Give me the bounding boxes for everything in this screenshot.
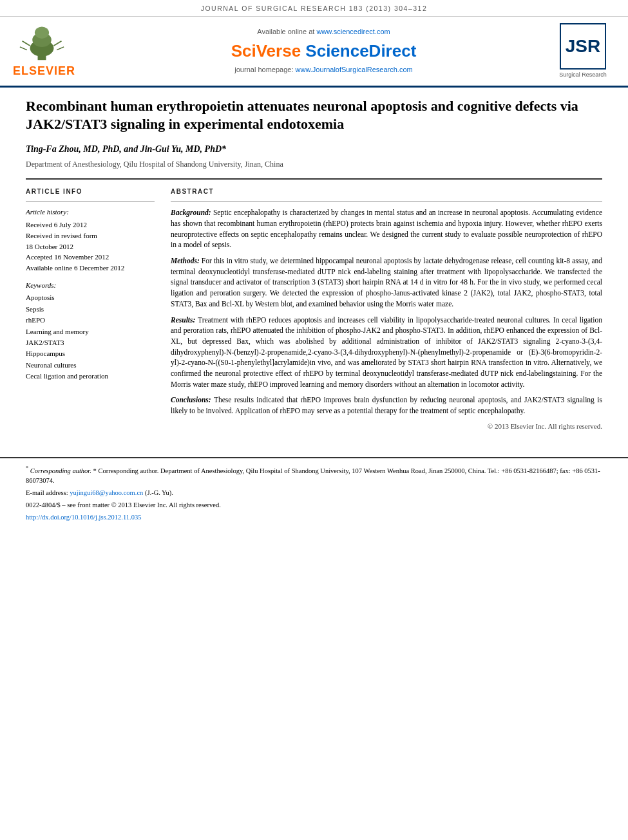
background-text: Septic encephalopathy is characterized b…: [171, 209, 602, 248]
journal-header-text: JOURNAL OF SURGICAL RESEARCH 183 (2013) …: [201, 5, 428, 12]
title-divider: [26, 178, 602, 180]
methods-label: Methods:: [171, 257, 200, 265]
abstract-results: Results: Treatment with rhEPO reduces ap…: [171, 315, 602, 390]
abstract-methods: Methods: For this in vitro study, we det…: [171, 256, 602, 309]
results-text: Treatment with rhEPO reduces apoptosis a…: [171, 316, 602, 388]
accepted-date: Accepted 16 November 2012: [26, 252, 155, 262]
revised-label: Received in revised form: [26, 231, 155, 241]
affiliation: Department of Anesthesiology, Qilu Hospi…: [26, 159, 602, 170]
info-divider: [26, 201, 155, 202]
article-history-label: Article history:: [26, 207, 155, 217]
received-date: Received 6 July 2012: [26, 220, 155, 230]
keyword-rhepo: rhEPO: [26, 315, 155, 325]
email-link[interactable]: yujingui68@yahoo.com.cn: [70, 489, 143, 496]
abstract-header: ABSTRACT: [171, 187, 602, 196]
results-label: Results:: [171, 316, 195, 324]
revised-date: 18 October 2012: [26, 242, 155, 252]
corresponding-author-note: * Corresponding author. * Corresponding …: [26, 465, 602, 485]
publisher-header: ELSEVIER Available online at www.science…: [0, 17, 628, 88]
conclusions-text: These results indicated that rhEPO impro…: [171, 396, 602, 415]
keyword-apoptosis: Apoptosis: [26, 293, 155, 303]
journal-header-bar: JOURNAL OF SURGICAL RESEARCH 183 (2013) …: [0, 0, 628, 17]
journal-homepage-text: journal homepage: www.JournalofSurgicalR…: [97, 65, 551, 75]
two-column-layout: ARTICLE INFO Article history: Received 6…: [26, 187, 602, 431]
elsevier-tree-icon: [13, 23, 71, 62]
keyword-sepsis: Sepsis: [26, 304, 155, 314]
main-content: Recombinant human erythropoietin attenua…: [0, 88, 628, 444]
elsevier-logo-block: ELSEVIER: [13, 23, 97, 79]
authors: Ting-Fa Zhou, MD, PhD, and Jin-Gui Yu, M…: [26, 143, 602, 156]
email-suffix: (J.-G. Yu).: [143, 489, 173, 496]
doi-link[interactable]: http://dx.doi.org/10.1016/j.jss.2012.11.…: [26, 514, 141, 521]
conclusions-label: Conclusions:: [171, 396, 211, 404]
background-label: Background:: [171, 209, 211, 216]
sciverse-title: SciVerse ScienceDirect: [97, 39, 551, 62]
elsevier-label: ELSEVIER: [13, 63, 75, 79]
elsevier-logo: ELSEVIER: [13, 23, 97, 79]
corresponding-label: Corresponding author.: [30, 467, 91, 474]
jsr-box: JSR: [560, 23, 606, 70]
svg-line-7: [57, 47, 64, 50]
email-label: E-mail address:: [26, 489, 68, 496]
footnote-section: * Corresponding author. * Corresponding …: [0, 465, 628, 523]
abstract-conclusions: Conclusions: These results indicated tha…: [171, 395, 602, 416]
article-title: Recombinant human erythropoietin attenua…: [26, 97, 602, 134]
keywords-label: Keywords:: [26, 281, 155, 290]
article-info-column: ARTICLE INFO Article history: Received 6…: [26, 187, 155, 431]
issn-line: 0022-4804/$ – see front matter © 2013 El…: [26, 500, 602, 510]
abstract-background: Background: Septic encephalopathy is cha…: [171, 207, 602, 250]
available-date: Available online 6 December 2012: [26, 263, 155, 273]
jsr-letters: JSR: [566, 33, 600, 59]
jsr-full-name: Surgical Research: [551, 71, 615, 79]
available-online-text: Available online at www.sciencedirect.co…: [97, 27, 551, 37]
svg-line-5: [53, 41, 61, 45]
footer-divider: [0, 457, 628, 458]
sciverse-sciencedirect: ScienceDirect: [305, 41, 416, 61]
keyword-learning: Learning and memory: [26, 327, 155, 337]
svg-point-3: [35, 26, 49, 38]
sciverse-sci: SciVerse: [231, 41, 306, 61]
copyright-line: © 2013 Elsevier Inc. All rights reserved…: [171, 422, 602, 431]
svg-line-4: [23, 41, 30, 45]
keyword-jak2: JAK2/STAT3: [26, 338, 155, 348]
svg-line-6: [20, 47, 27, 50]
keywords-section: Keywords: Apoptosis Sepsis rhEPO Learnin…: [26, 281, 155, 382]
corresponding-text: * Corresponding author. Department of An…: [26, 467, 600, 483]
jsr-logo-block: JSR Surgical Research: [551, 23, 615, 79]
doi-line: http://dx.doi.org/10.1016/j.jss.2012.11.…: [26, 512, 602, 522]
methods-text: For this in vitro study, we determined h…: [171, 257, 602, 308]
article-info-header: ARTICLE INFO: [26, 187, 155, 196]
asterisk-icon: *: [26, 465, 28, 471]
sciverse-block: Available online at www.sciencedirect.co…: [97, 27, 551, 75]
abstract-column: ABSTRACT Background: Septic encephalopat…: [171, 187, 602, 431]
sciencedirect-url[interactable]: www.sciencedirect.com: [316, 28, 390, 35]
email-note: E-mail address: yujingui68@yahoo.com.cn …: [26, 488, 602, 498]
keyword-hippocampus: Hippocampus: [26, 349, 155, 359]
abstract-divider: [171, 201, 602, 202]
keyword-neuronal: Neuronal cultures: [26, 360, 155, 370]
keyword-cecal: Cecal ligation and peroration: [26, 371, 155, 381]
